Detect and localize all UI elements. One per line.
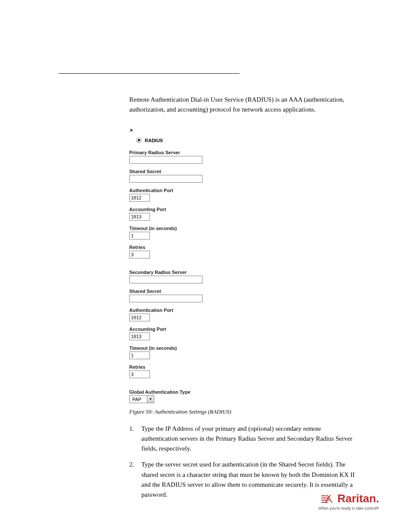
secondary-secret-field: Shared Secret — [129, 289, 358, 302]
raritan-bars-icon — [321, 494, 336, 504]
secondary-authport-label: Authentication Port — [129, 308, 358, 313]
step-list: Type the IP Address of your primary and … — [129, 424, 358, 500]
primary-server-field: Primary Radius Server — [129, 150, 358, 164]
secondary-secret-input[interactable] — [129, 295, 202, 302]
primary-retries-input[interactable] — [129, 251, 150, 258]
primary-timeout-field: Timeout (in seconds) — [129, 226, 358, 240]
primary-server-label: Primary Radius Server — [129, 150, 358, 155]
secondary-acctport-field: Accounting Port — [129, 327, 358, 340]
secondary-acctport-input[interactable] — [129, 333, 150, 340]
secondary-server-input[interactable] — [129, 276, 202, 283]
primary-server-input[interactable] — [129, 156, 202, 164]
primary-secret-label: Shared Secret — [129, 169, 358, 174]
secondary-server-field: Secondary Radius Server — [129, 270, 358, 283]
primary-timeout-label: Timeout (in seconds) — [129, 226, 358, 231]
secondary-timeout-label: Timeout (in seconds) — [129, 345, 358, 351]
radius-form: RADIUS Primary Radius Server Shared Secr… — [129, 138, 358, 403]
secondary-timeout-field: Timeout (in seconds) — [129, 345, 358, 359]
primary-authport-input[interactable] — [129, 194, 150, 202]
global-auth-select[interactable]: PAP ▼ — [129, 395, 154, 403]
radio-icon — [136, 138, 141, 143]
primary-authport-field: Authentication Port — [129, 188, 358, 202]
primary-secret-input[interactable] — [129, 175, 202, 183]
secondary-acctport-label: Accounting Port — [129, 327, 358, 332]
secondary-secret-label: Shared Secret — [129, 289, 358, 294]
page-content: Remote Authentication Dial-in User Servi… — [129, 95, 358, 506]
global-auth-field: Global Authentication Type PAP ▼ — [129, 389, 358, 403]
global-auth-value: PAP — [130, 397, 147, 402]
step-1: Type the IP Address of your primary and … — [129, 424, 358, 454]
intro-paragraph: Remote Authentication Dial-in User Servi… — [129, 95, 358, 115]
radius-radio-row[interactable]: RADIUS — [136, 138, 358, 143]
primary-authport-label: Authentication Port — [129, 188, 358, 193]
secondary-authport-input[interactable] — [129, 314, 150, 321]
secondary-retries-input[interactable] — [129, 370, 150, 378]
header-rule — [59, 73, 240, 74]
figure-caption: Figure 50: Authentication Settings (RADI… — [129, 408, 358, 415]
primary-acctport-field: Accounting Port — [129, 207, 358, 221]
secondary-timeout-input[interactable] — [129, 352, 150, 359]
primary-timeout-input[interactable] — [129, 232, 150, 240]
footer-logo: Raritan. When you're ready to take contr… — [318, 492, 379, 510]
brand-tagline: When you're ready to take control® — [318, 506, 379, 510]
secondary-retries-label: Retries — [129, 364, 358, 370]
radius-radio-label: RADIUS — [145, 138, 163, 143]
primary-acctport-label: Accounting Port — [129, 207, 358, 212]
primary-acctport-input[interactable] — [129, 213, 150, 221]
brand-name: Raritan. — [337, 492, 379, 505]
secondary-authport-field: Authentication Port — [129, 308, 358, 321]
chevron-down-icon: ▼ — [147, 396, 154, 403]
primary-retries-field: Retries — [129, 245, 358, 258]
global-auth-label: Global Authentication Type — [129, 389, 358, 395]
secondary-server-label: Secondary Radius Server — [129, 270, 358, 275]
secondary-retries-field: Retries — [129, 364, 358, 378]
primary-retries-label: Retries — [129, 245, 358, 250]
primary-secret-field: Shared Secret — [129, 169, 358, 183]
arrow-icon: ➤ — [129, 127, 358, 134]
